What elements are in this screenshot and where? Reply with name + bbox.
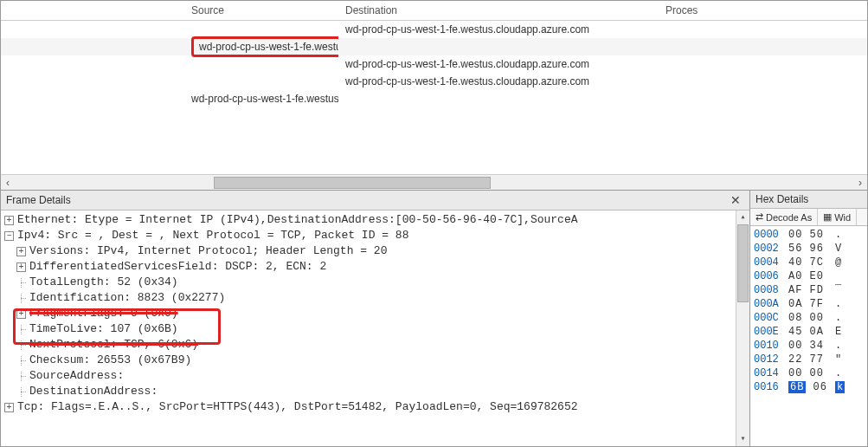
highlight-source-annotation: wd-prod-cp-us-west-1-fe.westus.cloudapp.… <box>191 36 338 57</box>
tree-label: DifferentiatedServicesField: DSCP: 2, EC… <box>29 259 326 275</box>
column-header-source[interactable]: Source <box>1 1 338 20</box>
tree-node-nextproto[interactable]: NextProtocol: TCP, 6(0x6) <box>4 337 749 353</box>
tree-node-tcp[interactable]: + Tcp: Flags=.E.A..S., SrcPort=HTTPS(443… <box>4 399 749 415</box>
expand-toggle-icon[interactable]: + <box>4 403 14 412</box>
collapse-toggle-icon[interactable]: − <box>4 231 14 241</box>
swap-icon: ⇄ <box>755 211 763 223</box>
hex-row[interactable]: 0008AF FD¯ <box>754 283 864 297</box>
column-header-process[interactable]: Proces <box>659 1 867 20</box>
tree-leaf-icon <box>16 325 26 334</box>
hex-offset: 0014 <box>754 366 783 380</box>
tree-label: Ipv4: Src = , Dest = , Next Protocol = T… <box>17 228 408 243</box>
tree-node-dsf[interactable]: + DifferentiatedServicesField: DSCP: 2, … <box>4 259 749 275</box>
frame-details-body[interactable]: + Ethernet: Etype = Internet IP (IPv4),D… <box>1 211 749 446</box>
scroll-thumb[interactable] <box>737 224 749 302</box>
cell-destination: wd-prod-cp-us-west-1-fe.westus.cloudapp.… <box>338 56 659 72</box>
hex-row[interactable]: 000A0A 7F. <box>754 297 864 311</box>
hex-offset: 0016 <box>754 380 783 394</box>
hex-row[interactable]: 000C08 00. <box>754 311 864 325</box>
hex-body[interactable]: 000000 50. 000256 96V 000440 7C@ 0006A0 … <box>750 226 867 446</box>
hex-ascii: ¯ <box>835 283 847 297</box>
tree-node-ethernet[interactable]: + Ethernet: Etype = Internet IP (IPv4),D… <box>4 212 749 228</box>
decode-as-button[interactable]: ⇄ Decode As <box>750 209 818 225</box>
hex-offset: 0010 <box>754 339 783 353</box>
cell-source <box>1 62 338 66</box>
hex-row[interactable]: 00166B 06k <box>754 380 864 394</box>
tree-leaf-icon <box>16 372 26 381</box>
expand-toggle-icon[interactable]: + <box>16 309 26 319</box>
hex-row[interactable]: 000440 7C@ <box>754 256 864 269</box>
cell-source <box>1 28 338 31</box>
tree-node-srcaddr[interactable]: SourceAddress: <box>4 368 749 384</box>
packet-list-pane: Source Destination Proces wd-prod-cp-us-… <box>1 1 867 174</box>
tree-node-versions[interactable]: + Versions: IPv4, Internet Protocol; Hea… <box>4 243 749 259</box>
packet-rows: wd-prod-cp-us-west-1-fe.westus.cloudapp.… <box>1 21 867 107</box>
horizontal-scrollbar[interactable]: ‹ › <box>1 174 867 190</box>
hex-row[interactable]: 000E45 0AE <box>754 325 864 339</box>
tree-node-fragmentflags[interactable]: + FragmentFlags: 0 (0x0) <box>4 306 749 321</box>
tree-label: Checksum: 26553 (0x67B9) <box>29 353 191 368</box>
width-button[interactable]: ▦ Wid <box>818 209 857 225</box>
hex-bytes: 56 96 <box>788 242 830 256</box>
hex-bytes: 00 50 <box>788 228 830 242</box>
hex-row[interactable]: 001000 34. <box>754 339 864 353</box>
tree-node-totallength[interactable]: TotalLength: 52 (0x34) <box>4 275 749 290</box>
table-row[interactable]: wd-prod-cp-us-west-1-fe.westus.cloudapp.… <box>1 38 867 55</box>
hex-row[interactable]: 001400 00. <box>754 366 864 380</box>
tree-label: TotalLength: 52 (0x34) <box>29 275 178 290</box>
hex-bytes: A0 E0 <box>788 269 830 283</box>
cell-destination <box>338 45 659 49</box>
hex-bytes: 6B 06 <box>788 380 830 394</box>
column-header-destination[interactable]: Destination <box>338 1 659 20</box>
hex-offset: 0004 <box>754 256 783 269</box>
tree-label: DestinationAddress: <box>29 384 158 399</box>
hex-bytes: 08 00 <box>788 311 830 325</box>
cell-destination: wd-prod-cp-us-west-1-fe.westus.cloudapp.… <box>338 22 659 37</box>
tree-node-checksum[interactable]: Checksum: 26553 (0x67B9) <box>4 353 749 368</box>
vertical-scrollbar[interactable]: ▴ ▾ <box>736 211 749 446</box>
cell-source: wd-prod-cp-us-west-1-fe.westus.cloudapp.… <box>1 35 338 59</box>
tree-leaf-icon <box>16 294 26 303</box>
hex-details-pane: Hex Details ⇄ Decode As ▦ Wid 000000 50.… <box>750 191 867 446</box>
tree-leaf-icon <box>16 356 26 366</box>
scroll-up-icon[interactable]: ▴ <box>736 211 749 224</box>
hex-row[interactable]: 001222 77" <box>754 353 864 366</box>
expand-toggle-icon[interactable]: + <box>16 247 26 256</box>
hex-bytes: 22 77 <box>788 353 830 366</box>
hex-ascii: k <box>835 380 847 394</box>
hex-offset: 000C <box>754 311 783 325</box>
tree-leaf-icon <box>16 340 26 350</box>
tree-node-identification[interactable]: Identification: 8823 (0x2277) <box>4 290 749 306</box>
packet-list-header: Source Destination Proces <box>1 1 867 21</box>
hex-row[interactable]: 000256 96V <box>754 242 864 256</box>
close-icon[interactable]: ✕ <box>727 193 744 207</box>
expand-toggle-icon[interactable]: + <box>4 216 14 225</box>
table-row[interactable]: wd-prod-cp-us-west-1-fe.westus.cloudapp.… <box>1 73 867 90</box>
hex-ascii: . <box>835 297 847 311</box>
hex-row[interactable]: 0006A0 E0 <box>754 269 864 283</box>
scroll-thumb[interactable] <box>214 177 491 189</box>
scroll-down-icon[interactable]: ▾ <box>736 432 749 446</box>
scroll-left-icon[interactable]: ‹ <box>1 176 15 190</box>
tree-label: NextProtocol: TCP, 6(0x6) <box>29 337 198 353</box>
expand-toggle-icon[interactable]: + <box>16 262 26 272</box>
cell-source: wd-prod-cp-us-west-1-fe.westus.cloudapp.… <box>1 91 338 107</box>
tree-node-ttl[interactable]: TimeToLive: 107 (0x6B) <box>4 321 749 337</box>
scroll-track[interactable] <box>15 176 853 190</box>
table-row[interactable]: wd-prod-cp-us-west-1-fe.westus.cloudapp.… <box>1 90 867 107</box>
tree-label: Identification: 8823 (0x2277) <box>29 290 225 306</box>
tree-node-ipv4[interactable]: − Ipv4: Src = , Dest = , Next Protocol =… <box>4 228 749 243</box>
pane-title-label: Frame Details <box>6 194 71 206</box>
hex-bytes: 0A 7F <box>788 297 830 311</box>
hex-row[interactable]: 000000 50. <box>754 228 864 242</box>
button-label: Wid <box>834 212 851 223</box>
tree-leaf-icon <box>16 387 26 397</box>
tree-leaf-icon <box>16 278 26 288</box>
hex-ascii: E <box>835 325 847 339</box>
tree-node-dstaddr[interactable]: DestinationAddress: <box>4 384 749 399</box>
hex-bytes: AF FD <box>788 283 830 297</box>
hex-details-title-bar: Hex Details <box>750 191 867 209</box>
scroll-right-icon[interactable]: › <box>853 176 867 190</box>
hex-ascii: . <box>835 366 847 380</box>
hex-ascii <box>835 269 847 283</box>
